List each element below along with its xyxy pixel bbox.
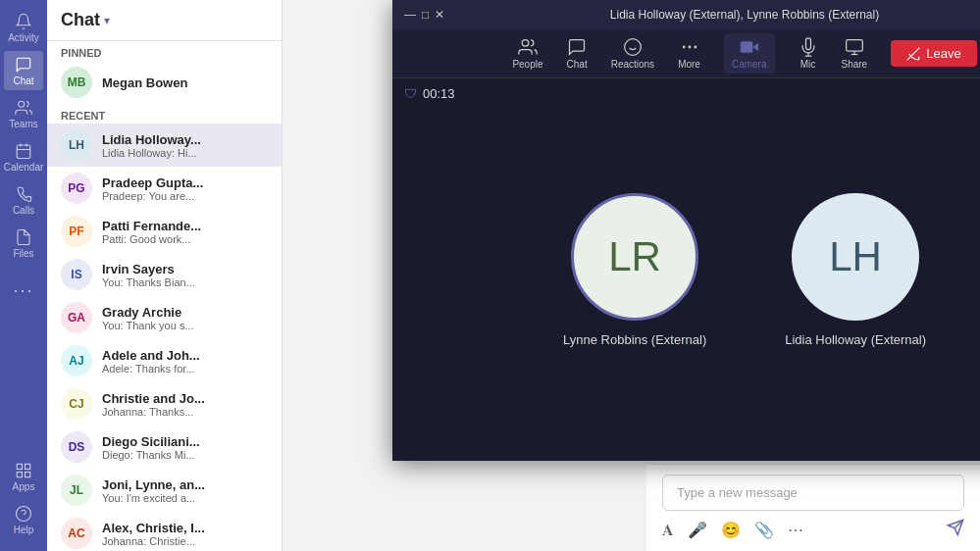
attach-icon[interactable]: 📎 <box>754 521 774 539</box>
more-button[interactable]: More <box>678 37 700 70</box>
list-item[interactable]: PF Patti Fernande... Patti: Good work... <box>47 210 282 253</box>
svg-point-0 <box>19 101 25 107</box>
audio-message-icon[interactable]: 🎤 <box>688 521 707 539</box>
svg-rect-5 <box>17 464 22 469</box>
call-timer: 🛡 00:13 <box>404 86 455 101</box>
chat-name: Alex, Christie, I... <box>102 521 268 535</box>
window-minimize-button[interactable]: — <box>404 8 416 22</box>
svg-point-15 <box>683 46 685 48</box>
chat-preview: Patti: Good work... <box>102 233 268 245</box>
svg-rect-18 <box>741 41 753 53</box>
sidebar-item-files[interactable]: Files <box>4 224 43 263</box>
svg-point-11 <box>522 40 529 47</box>
participant-avatar-lh: LH <box>792 193 919 321</box>
share-button[interactable]: Share <box>842 37 868 70</box>
avatar: JL <box>61 475 92 506</box>
list-item[interactable]: IS Irvin Sayers You: Thanks Bian... <box>47 253 282 296</box>
chat-preview: Diego: Thanks Mi... <box>102 449 268 461</box>
avatar: IS <box>61 259 92 290</box>
svg-rect-8 <box>17 472 22 476</box>
window-maximize-button[interactable]: □ <box>422 8 429 22</box>
shield-icon: 🛡 <box>404 86 417 101</box>
svg-rect-1 <box>17 145 30 159</box>
sidebar-item-calls[interactable]: Calls <box>4 180 43 220</box>
chat-preview: Johanna: Thanks... <box>102 406 268 418</box>
chat-preview: Pradeep: You are... <box>102 190 268 202</box>
list-item[interactable]: MB Megan Bowen <box>47 61 282 104</box>
call-content: 🛡 00:13 LR Lynne Robbins (External) LH L… <box>392 78 980 461</box>
chat-name: Diego Siciliani... <box>102 434 268 449</box>
chat-name: Irvin Sayers <box>102 262 268 276</box>
sidebar-item-more[interactable]: ... <box>4 267 43 306</box>
avatar: MB <box>61 67 92 98</box>
send-button[interactable] <box>947 519 964 541</box>
chat-preview: Adele: Thanks for... <box>102 363 268 375</box>
left-panel-title: Chat <box>61 10 100 30</box>
chat-name: Christie and Jo... <box>102 391 268 406</box>
chat-name: Joni, Lynne, an... <box>102 477 268 492</box>
sidebar-item-calendar[interactable]: Calendar <box>4 137 43 176</box>
message-input[interactable]: Type a new message <box>662 475 964 511</box>
chat-name: Adele and Joh... <box>102 348 268 363</box>
left-panel-header: Chat ▾ <box>47 0 282 41</box>
mic-button[interactable]: Mic <box>799 37 818 70</box>
sidebar-item-apps[interactable]: Apps <box>4 457 43 496</box>
list-item[interactable]: DS Diego Siciliani... Diego: Thanks Mi..… <box>47 426 282 469</box>
message-placeholder: Type a new message <box>677 485 798 500</box>
avatar: PF <box>61 216 92 247</box>
chat-name: Grady Archie <box>102 305 268 320</box>
chat-button[interactable]: Chat <box>567 37 588 70</box>
list-item[interactable]: LH Lidia Holloway... Lidia Holloway: Hi.… <box>47 124 282 167</box>
avatar: GA <box>61 302 92 333</box>
chevron-down-icon[interactable]: ▾ <box>104 14 110 27</box>
chat-name: Lidia Holloway... <box>102 132 268 147</box>
svg-rect-21 <box>847 40 863 52</box>
avatar: CJ <box>61 388 92 420</box>
participant-avatar-lr: LR <box>571 193 698 321</box>
list-item[interactable]: CJ Christie and Jo... Johanna: Thanks... <box>47 382 282 426</box>
reactions-button[interactable]: Reactions <box>611 37 654 70</box>
camera-button[interactable]: Camera <box>724 33 775 74</box>
pinned-section-header: Pinned <box>47 41 282 61</box>
participant-name-lr: Lynne Robbins (External) <box>563 332 706 347</box>
sidebar-item-teams[interactable]: Teams <box>4 94 43 133</box>
format-icon[interactable]: 𝐀 <box>662 522 674 539</box>
sidebar-item-chat[interactable]: Chat <box>4 51 43 90</box>
input-toolbar: 𝐀 🎤 😊 📎 ⋯ <box>662 519 964 541</box>
avatar: AC <box>61 518 92 549</box>
call-title: Lidia Holloway (External), Lynne Robbins… <box>443 8 980 22</box>
chat-preview: You: Thanks Bian... <box>102 276 268 288</box>
list-item[interactable]: JL Joni, Lynne, an... You: I'm excited a… <box>47 469 282 512</box>
svg-point-9 <box>17 506 31 521</box>
svg-point-16 <box>689 46 691 48</box>
sidebar-item-activity[interactable]: Activity <box>4 8 43 47</box>
chat-name: Megan Bowen <box>102 75 268 90</box>
people-button[interactable]: People <box>512 37 542 70</box>
participant-name-lh: Lidia Holloway (External) <box>785 332 926 347</box>
chat-name: Patti Fernande... <box>102 219 268 233</box>
leave-call-button[interactable]: Leave <box>891 40 976 67</box>
list-item[interactable]: GA Grady Archie You: Thank you s... <box>47 296 282 339</box>
svg-point-17 <box>695 46 696 48</box>
participant-card-lr: LR Lynne Robbins (External) <box>563 193 706 347</box>
avatar: LH <box>61 129 92 161</box>
more-options-icon[interactable]: ⋯ <box>788 521 803 539</box>
chat-preview: Lidia Holloway: Hi... <box>102 147 268 159</box>
participant-card-lh: LH Lidia Holloway (External) <box>785 193 926 347</box>
list-item[interactable]: AC Alex, Christie, I... Johanna: Christi… <box>47 512 282 551</box>
list-item[interactable]: AJ Adele and Joh... Adele: Thanks for... <box>47 339 282 382</box>
chat-preview: You: I'm excited a... <box>102 492 268 504</box>
sidebar-item-help[interactable]: Help <box>4 500 43 539</box>
chat-preview: You: Thank you s... <box>102 320 268 331</box>
call-overlay: — □ ✕ Lidia Holloway (External), Lynne R… <box>392 0 980 461</box>
recent-section-header: Recent <box>47 104 282 124</box>
main-area: — □ ✕ Lidia Holloway (External), Lynne R… <box>283 0 980 551</box>
chat-preview: Johanna: Christie... <box>102 535 268 547</box>
avatar: DS <box>61 431 92 463</box>
message-input-area: Type a new message 𝐀 🎤 😊 📎 ⋯ <box>646 464 980 551</box>
list-item[interactable]: PG Pradeep Gupta... Pradeep: You are... <box>47 167 282 210</box>
call-toolbar: People Chat Reactions More Camera Mic <box>392 29 980 78</box>
svg-point-12 <box>625 39 642 56</box>
emoji-icon[interactable]: 😊 <box>721 521 741 539</box>
sidebar: Activity Chat Teams Calendar Calls Files… <box>0 0 47 551</box>
